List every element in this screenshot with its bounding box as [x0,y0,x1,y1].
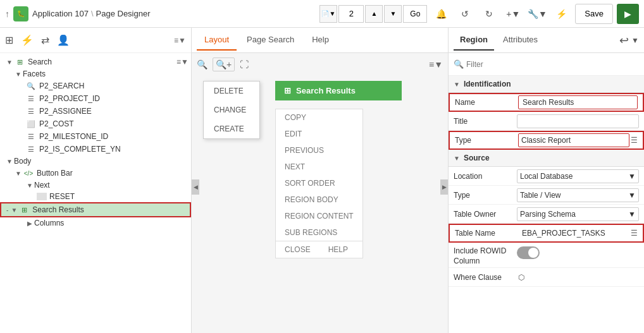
prop-type-select[interactable]: Classic Report [518,133,629,147]
right-divider-handle[interactable]: ▶ [440,179,448,195]
tree-item-search-results[interactable]: - ▼ ⊞ Search Results [0,202,191,217]
prop-title-input[interactable] [517,114,639,128]
zoom-in-icon[interactable]: 🔍+ [213,58,235,71]
section-source[interactable]: ▼ Source [449,150,644,167]
tree-item-facets[interactable]: ▼ Facets [0,68,191,80]
context-change[interactable]: CHANGE [204,100,259,119]
save-button[interactable]: Save [575,4,613,24]
left-panel-tree: ▼ ⊞ Search ≡▼ ▼ Facets 🔍 P2_SEARCH ☰ P2_… [0,53,191,333]
sr-help-btn[interactable]: HELP [319,241,357,258]
tree-item-p2-search[interactable]: 🔍 P2_SEARCH [0,80,191,92]
grid-icon-search: ⊞ [14,57,25,67]
tree-item-body[interactable]: ▼ Body [0,155,191,167]
tree-label-p2-cost: P2_COST [39,119,74,128]
prop-location-label: Location [454,172,517,181]
run-button[interactable]: ▶ [617,4,639,24]
up-arrow-icon[interactable]: ↑ [5,9,9,19]
go-button[interactable]: Go [403,5,427,23]
tree-item-search[interactable]: ▼ ⊞ Search ≡▼ [0,56,191,68]
undo-icon[interactable]: ↺ [455,4,475,24]
section-identification[interactable]: ▼ Identification [449,76,644,93]
page-up-btn[interactable]: ▲ [365,5,383,23]
sr-sub-regions-btn[interactable]: SUB REGIONS [276,224,362,241]
tree-item-p2-assignee[interactable]: ☰ P2_ASSIGNEE [0,105,191,118]
redo-icon[interactable]: ↻ [479,4,499,24]
tab-region[interactable]: Region [454,30,494,51]
tab-page-search[interactable]: Page Search [239,30,302,51]
chevron-next[interactable]: ▼ [25,182,34,189]
search-results-header: ⊞ Search Results [275,81,402,100]
tree-menu-search[interactable]: ≡▼ [176,58,189,66]
prop-title-row: Title [449,112,644,131]
center-menu-icon[interactable]: ≡▼ [429,59,443,70]
arrows-icon[interactable]: ⇄ [41,34,49,46]
prop-table-name-input[interactable] [518,227,629,239]
sr-close-btn[interactable]: CLOSE [276,241,319,258]
prop-location-dropdown[interactable]: Local Database ▼ [517,169,639,183]
tree-item-next[interactable]: ▼ Next [0,179,191,191]
type-options-icon[interactable]: ☰ [631,136,638,145]
right-content: ▼ Identification Name Title Type Classic… [449,76,644,333]
sr-copy-btn[interactable]: COPY [276,109,362,126]
shared-components-icon[interactable]: 🔔 [431,4,451,24]
chevron-search[interactable]: ▼ [5,59,14,66]
context-create[interactable]: CREATE [204,119,259,138]
shared-icon[interactable]: ⚡ [551,4,571,24]
sr-region-body-btn[interactable]: REGION BODY [276,191,362,208]
right-panel-menu[interactable]: ▼ [631,36,639,45]
return-icon[interactable]: ↩ [619,33,629,47]
grid-icon-sr: ⊞ [18,205,30,215]
sr-sort-order-btn[interactable]: SORT ORDER [276,175,362,191]
where-clause-link-icon[interactable]: ⬡ [518,273,524,282]
include-rowid-toggle[interactable] [517,246,540,259]
prop-table-name-label: Table Name [455,229,518,238]
tree-label-body: Body [14,157,31,166]
top-bar: ↑ 🐛 Application 107 \ Page Designer 📄▼ 2… [0,0,644,28]
tree-label-reset: RESET [49,192,75,201]
tools-icon[interactable]: 🔧▼ [527,4,547,24]
tree-item-p2-project[interactable]: ☰ P2_PROJECT_ID [0,92,191,105]
prop-source-type-label: Type [454,191,517,200]
add-icon[interactable]: +▼ [503,4,523,24]
file-dropdown-btn[interactable]: 📄▼ [319,5,337,23]
tree-item-columns[interactable]: ▶ Columns [0,217,191,229]
sr-edit-btn[interactable]: EDIT [276,126,362,142]
prop-name-input[interactable] [518,95,638,109]
left-panel-menu-icon[interactable]: ≡▼ [174,36,186,45]
sr-previous-btn[interactable]: PREVIOUS [276,142,362,159]
search-zoom-icon[interactable]: 🔍 [197,59,207,70]
tree-label-columns: Columns [34,219,64,227]
sr-next-btn[interactable]: NEXT [276,159,362,175]
person-icon[interactable]: 👤 [57,34,70,46]
page-down-btn[interactable]: ▼ [384,5,402,23]
prop-table-owner-dropdown[interactable]: Parsing Schema ▼ [517,207,639,221]
chevron-facets[interactable]: ▼ [14,71,23,78]
tree-item-button-bar[interactable]: ▼ </> Button Bar [0,167,191,179]
tree-item-p2-cost[interactable]: ⬜ P2_COST [0,118,191,130]
tab-help[interactable]: Help [304,30,337,51]
center-main: 🔍 🔍+ ⛶ ≡▼ DELETE CHANGE CREATE ⊞ Search … [192,53,448,333]
tree-item-reset[interactable]: RESET [0,191,191,202]
grid-icon[interactable]: ⊞ [5,34,13,46]
tree-label-search: Search [28,58,52,66]
chevron-button-bar[interactable]: ▼ [14,170,23,177]
tab-layout[interactable]: Layout [197,30,237,51]
chevron-columns[interactable]: ▶ [25,220,34,227]
table-owner-chevron: ▼ [628,210,636,219]
lightning-icon[interactable]: ⚡ [21,34,34,46]
sr-region-content-btn[interactable]: REGION CONTENT [276,208,362,224]
expand-icon[interactable]: ⛶ [240,59,249,70]
section-source-title: Source [464,154,490,162]
left-divider-handle[interactable]: ◀ [192,179,199,195]
filter-input[interactable] [466,60,639,69]
tree-item-p2-milestone[interactable]: ☰ P2_MILESTONE_ID [0,130,191,143]
prop-source-type-dropdown[interactable]: Table / View ▼ [517,188,639,202]
tree-item-p2-complete[interactable]: ☰ P2_IS_COMPLETE_YN [0,143,191,155]
chevron-body[interactable]: ▼ [5,158,14,165]
context-delete[interactable]: DELETE [204,82,259,100]
chevron-identification: ▼ [454,81,460,88]
chevron-search-results[interactable]: ▼ [9,207,18,214]
main-area: ⊞ ⚡ ⇄ 👤 ≡▼ ▼ ⊞ Search ≡▼ ▼ Facets [0,28,644,333]
tab-attributes[interactable]: Attributes [497,30,544,51]
table-name-options-icon[interactable]: ☰ [631,229,638,238]
